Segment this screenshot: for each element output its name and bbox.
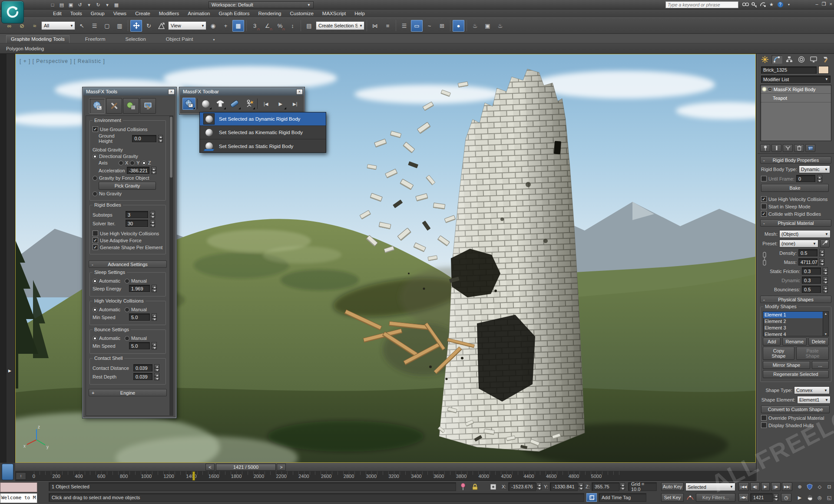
use-hvc-checkbox[interactable] <box>93 231 98 236</box>
menu-item[interactable]: Create <box>131 10 155 17</box>
render-setup-icon[interactable]: ♨ <box>469 20 481 32</box>
convert-to-custom-shape-button[interactable]: Convert to Custom Shape <box>761 405 830 413</box>
ribbon-panel-polygon-modeling[interactable]: Polygon Modeling <box>6 46 44 51</box>
sleep-manual-radio[interactable] <box>125 279 129 283</box>
advanced-settings-rollout[interactable]: - Advanced Settings <box>89 260 167 268</box>
restore-button[interactable]: ❐ <box>822 1 826 7</box>
close-icon[interactable]: × <box>296 89 303 95</box>
hvc-manual-radio[interactable] <box>125 307 129 312</box>
collide-with-rigid-bodies-checkbox[interactable] <box>761 211 767 217</box>
current-time-indicator[interactable] <box>192 471 195 481</box>
make-unique-icon[interactable] <box>783 144 793 152</box>
axis-y-radio[interactable] <box>130 161 135 165</box>
more-options-button[interactable]: ... <box>812 361 829 369</box>
use-hvc-row[interactable]: Use High Velocity Collisions <box>93 231 163 236</box>
solver-iter-spinner[interactable] <box>150 220 155 227</box>
ragdoll-icon[interactable] <box>243 98 256 110</box>
no-gravity-radio[interactable] <box>93 191 97 196</box>
rigid-body-type-dropdown[interactable]: Dynamic▼ <box>799 165 830 173</box>
project-folder-icon[interactable]: ▦ <box>113 1 120 8</box>
select-by-name-icon[interactable]: ☰ <box>89 20 100 32</box>
sleep-energy-spinner[interactable] <box>152 285 157 292</box>
shape-element-dropdown[interactable]: Element1▼ <box>797 396 831 404</box>
paste-shape-button[interactable]: Paste Shape <box>796 347 829 360</box>
save-file-icon[interactable]: ▣ <box>67 1 75 8</box>
select-and-scale-icon[interactable] <box>156 20 167 32</box>
window-crossing-icon[interactable]: ▥ <box>114 20 126 32</box>
percent-snap-icon[interactable]: %∩ <box>274 20 286 32</box>
time-slider-handle[interactable]: 1421 / 5000 <box>216 464 276 471</box>
display-shaded-hulls-checkbox[interactable] <box>761 422 767 428</box>
select-and-manipulate-icon[interactable]: + <box>220 20 232 32</box>
modifier-stack-row-massfx[interactable]: + MassFX Rigid Body <box>761 85 831 94</box>
density-field[interactable]: 0.5 <box>798 249 817 257</box>
rename-button[interactable]: Rename <box>782 338 807 346</box>
previous-key-button[interactable]: ◀|| <box>750 482 760 491</box>
play-animation-button[interactable]: ▶ <box>761 482 770 491</box>
undo-icon[interactable]: ↺ <box>76 1 84 8</box>
render-production-icon[interactable]: ♨ <box>494 20 506 32</box>
key-icon[interactable] <box>750 1 758 8</box>
visibility-bulb-icon[interactable] <box>762 87 766 91</box>
edit-named-selection-sets-icon[interactable]: ▤ <box>303 20 315 32</box>
mass-spinner[interactable] <box>819 258 824 266</box>
list-item-element2[interactable]: Element 2 <box>763 318 828 325</box>
ribbon-tab-graphite[interactable]: Graphite Modeling Tools <box>6 35 70 43</box>
menu-item-dynamic-rigid-body[interactable]: Set Selected as Dynamic Rigid Body <box>200 112 326 126</box>
z-spinner[interactable] <box>620 483 625 490</box>
time-configuration-icon[interactable]: ◷ <box>781 493 791 502</box>
application-menu-button[interactable] <box>1 1 24 23</box>
menu-item[interactable]: Customize <box>285 10 318 17</box>
mesh-dropdown[interactable]: (Object)▼ <box>779 230 831 238</box>
keyboard-shortcut-override-icon[interactable]: ▦ <box>232 20 244 32</box>
preset-dropdown[interactable]: (none)▼ <box>779 240 818 247</box>
directional-gravity-row[interactable]: Directional Gravity <box>93 154 163 159</box>
modifier-list-dropdown[interactable]: Modifier List ▼ <box>761 76 831 83</box>
track-bar-mode-icon[interactable]: ↕ <box>16 472 26 480</box>
mirror-shape-button[interactable]: Mirror Shape <box>763 361 810 369</box>
key-filters-button[interactable]: Key Filters... <box>696 493 735 502</box>
go-to-start-button[interactable]: |◀◀ <box>738 482 749 491</box>
pick-gravity-button[interactable]: Pick Gravity <box>99 182 156 190</box>
y-spinner[interactable] <box>578 483 583 490</box>
previous-frame-button[interactable]: < <box>205 464 215 471</box>
maxscript-mini-listener[interactable]: Welcome to M <box>0 493 37 503</box>
rigid-body-flyout-icon[interactable] <box>199 98 212 110</box>
key-mode-toggle-icon[interactable]: |◀▶| <box>738 493 749 502</box>
ribbon-tab-freeform[interactable]: Freeform <box>81 36 110 43</box>
multi-object-editor-tab[interactable] <box>123 98 139 114</box>
help-icon[interactable]: ? <box>776 1 784 8</box>
contact-distance-spinner[interactable] <box>154 364 159 372</box>
set-keys-curve-icon[interactable] <box>685 493 695 502</box>
start-simulation-icon[interactable]: ▶ <box>274 98 287 110</box>
key-mode-dropdown[interactable]: Selected▼ <box>685 483 735 491</box>
hvc-min-speed-spinner[interactable] <box>152 313 157 321</box>
list-scrollbar[interactable]: ▲ ▼ <box>823 312 828 336</box>
bind-to-space-warp-icon[interactable]: ≈ <box>29 20 40 32</box>
motion-tab-icon[interactable] <box>796 55 807 64</box>
menu-item[interactable]: Help <box>350 10 369 17</box>
menu-item[interactable]: Modifiers <box>155 10 184 17</box>
angle-snap-icon[interactable]: ∠∩ <box>261 20 273 32</box>
use-pivot-point-center-icon[interactable]: ◉ <box>207 20 219 32</box>
bounce-manual-radio[interactable] <box>125 336 129 341</box>
select-and-move-icon[interactable] <box>130 20 142 32</box>
pin-stack-icon[interactable] <box>760 144 770 152</box>
x-spinner[interactable] <box>536 483 542 490</box>
help-dropdown-icon[interactable]: ▾ <box>784 1 793 8</box>
absolute-offset-mode-icon[interactable] <box>488 482 498 491</box>
redo-icon[interactable]: ↻ <box>94 1 102 8</box>
mcloth-icon[interactable] <box>214 98 227 110</box>
menu-item[interactable]: Graph Editors <box>214 10 254 17</box>
axis-x-radio[interactable] <box>119 161 123 165</box>
isolate-selection-icon[interactable] <box>458 482 468 491</box>
search-icon[interactable] <box>741 1 750 8</box>
sleep-energy-field[interactable]: 1.969 <box>129 285 150 292</box>
bounciness-spinner[interactable] <box>823 286 828 293</box>
hierarchy-tab-icon[interactable] <box>784 55 794 64</box>
next-key-button[interactable]: ||▶ <box>771 482 781 491</box>
curve-editor-icon[interactable]: ~ <box>424 20 435 32</box>
list-item-element3[interactable]: Element 3 <box>763 325 828 331</box>
material-editor-icon[interactable]: ● <box>453 20 464 32</box>
physical-material-rollout[interactable]: - Physical Material <box>760 219 831 227</box>
